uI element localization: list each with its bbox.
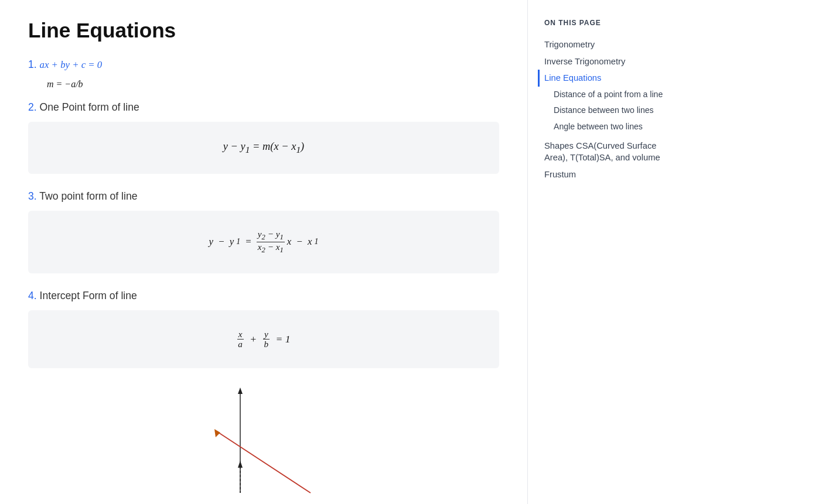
section-4-heading: 4. Intercept Form of line bbox=[28, 290, 499, 302]
section-4-formula: x a + y b = 1 bbox=[237, 330, 290, 349]
section-4: 4. Intercept Form of line x a + y b = 1 bbox=[28, 290, 499, 368]
coordinate-graph bbox=[193, 385, 334, 502]
section-3-formula: y − y1 = y2 − y1 x2 − x1 x − x1 bbox=[209, 229, 319, 255]
section-3-num: 3. bbox=[28, 190, 37, 202]
sidebar-item-inverse-trig[interactable]: Inverse Trigonometry bbox=[544, 53, 680, 70]
section-3: 3. Two point form of line y − y1 = y2 − … bbox=[28, 190, 499, 273]
section-1-num: 1. bbox=[28, 59, 37, 70]
sidebar-item-distance-lines[interactable]: Distance between two lines bbox=[544, 102, 680, 119]
section-1-subformula: m = −a/b bbox=[47, 79, 83, 89]
sidebar: ON THIS PAGE Trigonometry Inverse Trigon… bbox=[527, 0, 691, 504]
section-1-formula-inline: ax + by + c = 0 bbox=[40, 59, 103, 70]
section-2-title: One Point form of line bbox=[40, 101, 139, 113]
svg-marker-1 bbox=[238, 388, 243, 394]
graph-area bbox=[28, 385, 499, 502]
svg-line-4 bbox=[217, 431, 311, 493]
sidebar-item-shapes-csa[interactable]: Shapes CSA(Curved Surface Area), T(Total… bbox=[544, 138, 680, 166]
section-3-formula-box: y − y1 = y2 − y1 x2 − x1 x − x1 bbox=[28, 211, 499, 273]
section-2-formula: y − y1 = m(x − x1) bbox=[223, 140, 304, 152]
section-4-title: Intercept Form of line bbox=[40, 290, 137, 301]
section-2-num: 2. bbox=[28, 101, 37, 113]
sidebar-item-distance-point[interactable]: Distance of a point from a line bbox=[544, 87, 680, 103]
section-1: 1. ax + by + c = 0 m = −a/b bbox=[28, 59, 499, 90]
main-content: Line Equations 1. ax + by + c = 0 m = −a… bbox=[0, 0, 527, 504]
svg-marker-5 bbox=[214, 429, 220, 437]
section-3-title: Two point form of line bbox=[39, 190, 137, 202]
section-4-num: 4. bbox=[28, 290, 37, 301]
section-2-formula-box: y − y1 = m(x − x1) bbox=[28, 122, 499, 174]
section-4-formula-box: x a + y b = 1 bbox=[28, 310, 499, 368]
page-title: Line Equations bbox=[28, 19, 499, 42]
sidebar-item-frustum[interactable]: Frustum bbox=[544, 166, 680, 183]
sidebar-item-trigonometry[interactable]: Trigonometry bbox=[544, 36, 680, 53]
section-3-heading: 3. Two point form of line bbox=[28, 190, 499, 203]
sidebar-item-angle-lines[interactable]: Angle between two lines bbox=[544, 119, 680, 135]
section-2-heading: 2. One Point form of line bbox=[28, 101, 499, 114]
sidebar-item-line-equations[interactable]: Line Equations bbox=[538, 70, 680, 87]
svg-marker-3 bbox=[238, 461, 243, 468]
sidebar-title: ON THIS PAGE bbox=[544, 19, 680, 27]
section-2: 2. One Point form of line y − y1 = m(x −… bbox=[28, 101, 499, 174]
section-1-heading: 1. ax + by + c = 0 bbox=[28, 59, 499, 71]
